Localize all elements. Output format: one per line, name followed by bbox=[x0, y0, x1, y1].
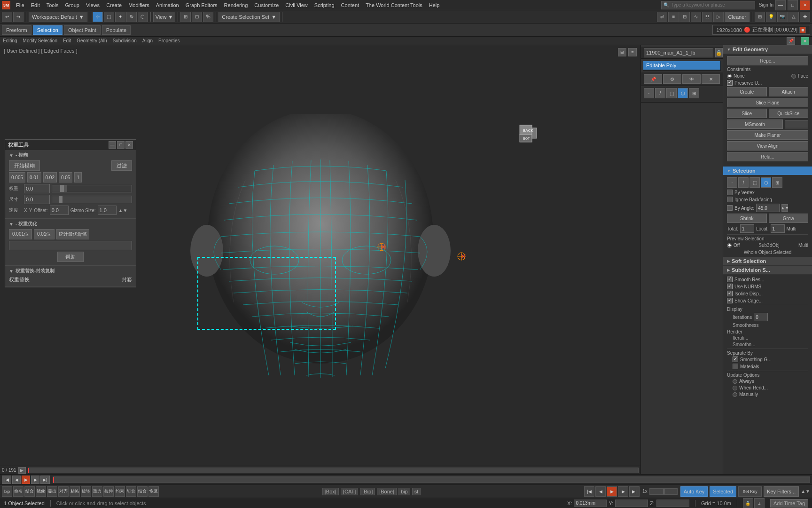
menu-modifiers[interactable]: Modifiers bbox=[125, 1, 152, 9]
undo-btn[interactable]: ↩ bbox=[2, 12, 12, 22]
menu-animation[interactable]: Animation bbox=[153, 1, 182, 9]
modify-selection-item[interactable]: Modify Selection bbox=[23, 38, 57, 43]
lock-sel-btn[interactable]: 🔒 bbox=[743, 498, 753, 508]
val-005-btn[interactable]: 0.05 bbox=[59, 172, 72, 183]
gizmo-input[interactable] bbox=[98, 206, 117, 215]
st-mode[interactable]: st bbox=[412, 488, 421, 495]
bt-rotate-btn[interactable]: 旋转 bbox=[81, 486, 91, 497]
size-slider[interactable] bbox=[52, 196, 132, 203]
select-region-btn[interactable]: ⬚ bbox=[104, 12, 114, 22]
edge-icon[interactable]: / bbox=[655, 88, 665, 98]
use-nurms-checkbox[interactable] bbox=[727, 284, 733, 289]
editing-item[interactable]: Editing bbox=[3, 38, 17, 43]
materials-check[interactable]: Materials bbox=[733, 364, 759, 369]
timeline-next-btn[interactable]: ▶ bbox=[31, 476, 39, 484]
isoline-check[interactable]: Isoline Disp... bbox=[727, 291, 763, 296]
opt-val2-btn[interactable]: 0.01位 bbox=[34, 229, 54, 239]
pb-next-frame[interactable]: ▶ bbox=[618, 486, 628, 497]
shapes-btn[interactable]: △ bbox=[789, 12, 799, 22]
preserve-u-check[interactable]: Preserve U... bbox=[727, 80, 762, 86]
val-002-btn[interactable]: 0.02 bbox=[43, 172, 57, 183]
bt-name-btn[interactable]: 命名 bbox=[13, 486, 23, 497]
weight-input[interactable] bbox=[24, 184, 50, 193]
bt-show-btn[interactable]: 显出 bbox=[47, 486, 57, 497]
navigation-cube[interactable]: BACK BOT bbox=[513, 120, 539, 147]
by-vertex-check[interactable]: By Vertex bbox=[727, 190, 755, 195]
bt-combine-btn[interactable]: 结合 bbox=[24, 486, 35, 497]
remove-modifier-btn[interactable]: ✕ bbox=[702, 74, 720, 84]
layer-btn[interactable]: ⊟ bbox=[679, 12, 690, 22]
scale-btn[interactable]: ⬡ bbox=[138, 12, 148, 22]
min-btn[interactable]: — bbox=[775, 0, 786, 10]
editable-poly-modifier[interactable]: Editable Poly bbox=[643, 61, 720, 70]
key-filters-btn[interactable]: Key Filters... bbox=[764, 486, 799, 497]
help-btn[interactable]: 帮助 bbox=[57, 252, 84, 262]
geometry-all-item[interactable]: Geometry (All) bbox=[77, 38, 107, 43]
configure-btn[interactable]: ⚙ bbox=[663, 74, 681, 84]
offset-input[interactable] bbox=[50, 206, 69, 215]
subdivision-item[interactable]: Subdivision bbox=[113, 38, 137, 43]
val-1-btn[interactable]: 1 bbox=[74, 172, 82, 183]
val-0005-btn[interactable]: 0.005 bbox=[9, 172, 25, 183]
smooth-result-checkbox[interactable] bbox=[727, 277, 733, 282]
show-cage-check[interactable]: Show Cage... bbox=[727, 298, 763, 303]
cleaner-btn[interactable]: Cleaner bbox=[725, 12, 750, 22]
optimize-input[interactable] bbox=[9, 241, 132, 250]
lights-btn[interactable]: 💡 bbox=[766, 12, 776, 22]
poly-icon[interactable]: ⬡ bbox=[678, 88, 688, 98]
sel-vertex-icon[interactable]: · bbox=[727, 177, 737, 188]
show-cage-checkbox[interactable] bbox=[727, 298, 733, 303]
selection-tab[interactable]: Selection bbox=[33, 25, 62, 35]
render-btn[interactable]: ▷ bbox=[713, 12, 724, 22]
bt-join-btn[interactable]: 结合 bbox=[137, 486, 148, 497]
menu-content[interactable]: Content bbox=[338, 1, 362, 9]
helpers-btn[interactable]: ✚ bbox=[800, 12, 810, 22]
search-box[interactable]: 🔍 bbox=[661, 1, 755, 9]
timeline-home-btn[interactable]: |◀ bbox=[2, 476, 11, 484]
bt-bip-btn[interactable]: bip bbox=[2, 486, 12, 497]
msmooth-input[interactable] bbox=[785, 120, 808, 128]
materials-checkbox[interactable] bbox=[733, 364, 738, 369]
grid-btn[interactable]: ⊞ bbox=[755, 12, 765, 22]
curve-editor-btn[interactable]: ∿ bbox=[691, 12, 701, 22]
align-btn[interactable]: ≡ bbox=[668, 12, 679, 22]
show-result-btn[interactable]: 👁 bbox=[682, 74, 701, 84]
pin-btn[interactable]: 📌 bbox=[787, 37, 795, 45]
selection-set-dropdown[interactable]: Create Selection Set ▼ bbox=[219, 12, 280, 22]
angle-spinner[interactable]: ▲▼ bbox=[781, 204, 788, 212]
bt-restore-btn[interactable]: 恢复 bbox=[148, 486, 159, 497]
float-minimize-btn[interactable]: — bbox=[109, 141, 116, 149]
make-planar-btn[interactable]: Make Planar bbox=[727, 130, 808, 140]
off-radio[interactable]: Off bbox=[727, 243, 740, 248]
render-setup-btn[interactable]: ☷ bbox=[702, 12, 712, 22]
object-paint-tab[interactable]: Object Paint bbox=[64, 25, 101, 35]
view-align-btn[interactable]: View Align bbox=[727, 141, 808, 151]
pb-prev-frame[interactable]: ◀ bbox=[595, 486, 606, 497]
grow-btn[interactable]: Grow bbox=[769, 214, 809, 223]
when-render-radio[interactable]: When Rend... bbox=[733, 385, 768, 390]
by-angle-check[interactable]: By Angle: bbox=[727, 205, 754, 211]
timeline-end-btn[interactable]: ▶| bbox=[40, 476, 50, 484]
face-radio[interactable]: Face bbox=[791, 73, 808, 79]
border-icon[interactable]: ⬚ bbox=[666, 88, 677, 98]
menu-civil-view[interactable]: Civil View bbox=[282, 1, 310, 9]
percent-snap-btn[interactable]: % bbox=[203, 12, 213, 22]
z-coord-input[interactable] bbox=[656, 500, 689, 507]
filter-btn[interactable]: 过滤 bbox=[111, 160, 132, 171]
record-stop-btn[interactable]: ■ bbox=[799, 27, 806, 33]
smooth-result-check[interactable]: Smooth Res... bbox=[727, 277, 764, 282]
select-btn[interactable]: ⊹ bbox=[93, 12, 103, 22]
create-btn[interactable]: Create bbox=[727, 87, 767, 96]
local-input[interactable] bbox=[771, 224, 785, 233]
float-close-btn[interactable]: ✕ bbox=[125, 141, 133, 149]
bt-constraint-btn[interactable]: 约束 bbox=[115, 486, 125, 497]
sel-border-icon[interactable]: ⬚ bbox=[750, 177, 760, 188]
mirror-btn[interactable]: ⇌ bbox=[657, 12, 667, 22]
manually-radio[interactable]: Manually bbox=[733, 392, 758, 397]
sel-poly-icon[interactable]: ⬡ bbox=[761, 177, 771, 188]
bt-nail-btn[interactable]: 钉合 bbox=[126, 486, 136, 497]
edit-item[interactable]: Edit bbox=[63, 38, 71, 43]
selection-header[interactable]: ▼ Selection bbox=[723, 167, 812, 175]
cat-mode[interactable]: [CAT] bbox=[341, 488, 358, 495]
bt-align-btn[interactable]: 对齐 bbox=[58, 486, 69, 497]
